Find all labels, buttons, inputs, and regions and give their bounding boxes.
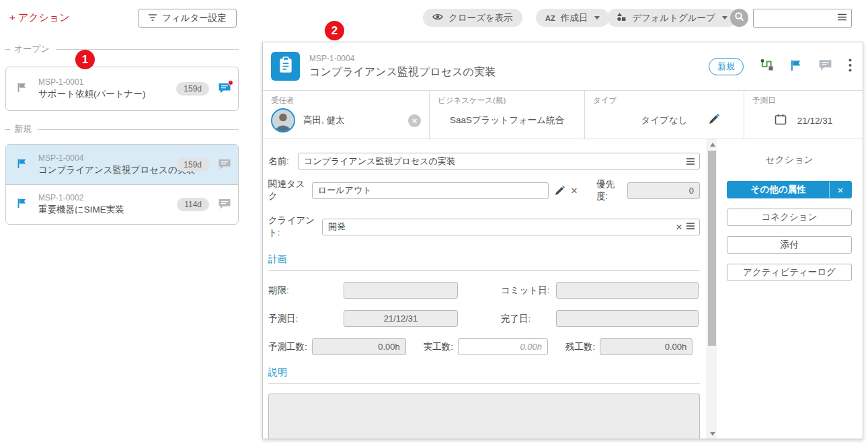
- flag-icon[interactable]: [17, 82, 28, 96]
- group-header-new[interactable]: 新規: [5, 124, 239, 135]
- section-button-other-attributes[interactable]: その他の属性 ×: [727, 181, 852, 198]
- sort-az-icon: AZ: [545, 14, 555, 22]
- flag-icon[interactable]: [17, 158, 28, 172]
- detail-task-id: MSP-1-0004: [309, 54, 496, 63]
- forecast-date-label: 予測日: [752, 96, 855, 106]
- sort-dropdown-label: 作成日: [561, 12, 588, 24]
- remaining-effort-label: 残工数:: [565, 341, 595, 353]
- search-menu-icon[interactable]: [837, 12, 847, 24]
- related-task-label: 関連タスク: [268, 178, 312, 202]
- annotation-step-1: 1: [75, 50, 95, 69]
- chevron-down-icon: [722, 16, 727, 20]
- planned-effort-input[interactable]: [312, 338, 406, 355]
- filter-settings-button[interactable]: フィルター設定: [138, 9, 237, 28]
- workflow-icon[interactable]: [760, 59, 774, 74]
- chevron-down-icon: [594, 16, 600, 20]
- task-type-tile: [271, 52, 300, 81]
- search-input[interactable]: [754, 9, 837, 27]
- status-badge[interactable]: 新規: [709, 58, 744, 75]
- actual-effort-input[interactable]: [458, 338, 548, 355]
- forecast-date-input[interactable]: [344, 310, 458, 327]
- description-textarea[interactable]: [268, 394, 700, 439]
- task-age-badge: 159d: [176, 158, 209, 172]
- completed-date-input[interactable]: [556, 310, 699, 327]
- task-card-msp-1-0001[interactable]: MSP-1-0001 サポート依頼(パートナー) 159d: [5, 67, 239, 111]
- form-scrollbar[interactable]: [707, 139, 717, 439]
- section-button-connections[interactable]: コネクション: [727, 209, 852, 226]
- section-button-attachments[interactable]: 添付: [727, 236, 852, 254]
- task-card-msp-1-0002[interactable]: MSP-1-0002 重要機器にSIME実装 114d: [6, 184, 238, 224]
- notification-dot: [228, 80, 233, 85]
- flag-icon[interactable]: [790, 59, 802, 74]
- name-menu-icon[interactable]: [686, 157, 695, 165]
- chat-icon[interactable]: [218, 198, 231, 211]
- edit-pencil-icon[interactable]: [709, 114, 719, 127]
- completed-date-label: 完了日:: [501, 313, 556, 325]
- scroll-down-arrow[interactable]: [707, 428, 717, 439]
- detail-header-text: MSP-1-0004 コンプライアンス監視プロセスの実装: [309, 54, 496, 79]
- section-button-activity-log[interactable]: アクティビティーログ: [727, 264, 852, 281]
- client-menu-icon[interactable]: [686, 222, 695, 232]
- business-case-value[interactable]: SaaSプラットフォーム統合: [450, 114, 564, 126]
- group-shapes-icon: [617, 12, 627, 24]
- kebab-menu-icon[interactable]: [849, 59, 852, 75]
- commit-date-label: コミット日:: [501, 285, 556, 297]
- related-task-input[interactable]: [312, 182, 549, 199]
- group-collapse-dash: [5, 49, 10, 50]
- type-label: タイプ: [593, 96, 736, 106]
- task-card-msp-1-0004[interactable]: MSP-1-0004 コンプライアンス監視プロセスの実装 159d: [6, 145, 238, 184]
- remove-assignee-icon[interactable]: ×: [408, 114, 421, 127]
- flag-icon[interactable]: [17, 198, 28, 211]
- type-field: タイプ タイプなし: [584, 91, 744, 139]
- plan-section-header: 計画: [268, 254, 700, 271]
- task-card-text: MSP-1-0004 コンプライアンス監視プロセスの実装: [38, 153, 176, 176]
- detail-fields-strip: 受任者 高田, 健太 × ビジネスケース(親) SaaSプラットフォーム統合 タ…: [263, 91, 863, 139]
- scrollbar-thumb[interactable]: [708, 151, 716, 346]
- deadline-label: 期限:: [268, 285, 344, 297]
- remaining-effort-input[interactable]: [600, 338, 693, 355]
- detail-header-actions: 新規: [709, 58, 852, 75]
- forecast-date-form-label: 予測日:: [268, 313, 344, 325]
- chat-icon[interactable]: [218, 83, 231, 95]
- task-id: MSP-1-0004: [38, 153, 176, 163]
- client-label: クライアント:: [268, 215, 322, 239]
- close-icon[interactable]: ×: [830, 184, 851, 196]
- scroll-up-arrow[interactable]: [707, 139, 717, 149]
- task-title: 重要機器にSIME実装: [38, 204, 124, 216]
- detail-header: MSP-1-0004 コンプライアンス監視プロセスの実装 新規: [263, 42, 863, 91]
- type-value: タイプなし: [641, 114, 687, 126]
- assignee-field: 受任者 高田, 健太 ×: [263, 91, 429, 139]
- assignee-label: 受任者: [271, 96, 421, 106]
- group-divider-line: [38, 129, 239, 130]
- group-dropdown[interactable]: デフォルトグループ: [607, 9, 737, 27]
- task-card-text: MSP-1-0001 サポート依頼(パートナー): [38, 77, 145, 100]
- chat-icon[interactable]: [218, 159, 231, 171]
- deadline-input[interactable]: [344, 282, 458, 299]
- group-header-open[interactable]: オープン: [5, 44, 239, 54]
- chat-icon[interactable]: [818, 59, 832, 74]
- task-card-stack: MSP-1-0004 コンプライアンス監視プロセスの実装 159d MSP-1-…: [5, 144, 239, 225]
- search-button[interactable]: [730, 9, 748, 27]
- sort-dropdown[interactable]: AZ 作成日: [536, 9, 609, 27]
- eye-icon: [432, 13, 443, 23]
- clear-task-icon[interactable]: ×: [571, 185, 578, 196]
- group-collapse-dash: [5, 129, 10, 130]
- assignee-avatar[interactable]: [271, 108, 295, 133]
- planned-effort-label: 予測工数:: [268, 341, 307, 353]
- edit-pencil-icon[interactable]: [555, 186, 565, 196]
- search-field-wrap: [753, 9, 852, 28]
- add-action-link[interactable]: + アクション: [9, 11, 70, 24]
- name-label: 名前:: [268, 155, 298, 167]
- business-case-field: ビジネスケース(親) SaaSプラットフォーム統合: [429, 91, 584, 139]
- calendar-icon[interactable]: [775, 114, 787, 128]
- commit-date-input[interactable]: [556, 282, 699, 299]
- group-dropdown-label: デフォルトグループ: [632, 12, 715, 24]
- filter-settings-label: フィルター設定: [162, 12, 227, 24]
- task-title: コンプライアンス監視プロセスの実装: [38, 164, 176, 176]
- client-input[interactable]: [322, 219, 700, 235]
- clear-client-icon[interactable]: ×: [676, 221, 682, 233]
- priority-input[interactable]: [627, 182, 700, 199]
- show-closed-button[interactable]: クローズを表示: [423, 9, 522, 27]
- name-input[interactable]: [298, 153, 700, 170]
- business-case-label: ビジネスケース(親): [438, 96, 576, 106]
